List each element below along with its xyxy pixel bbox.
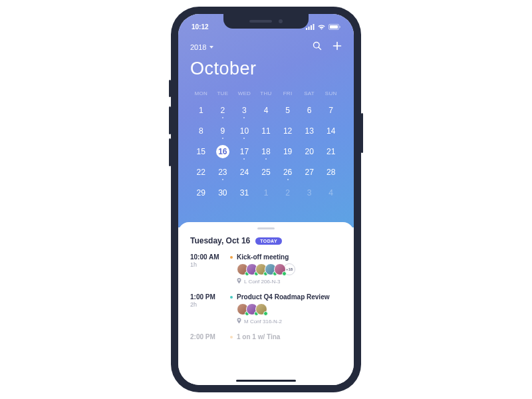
event-location: M Conf 316-N-2 bbox=[237, 318, 342, 325]
year-picker[interactable]: 2018 bbox=[190, 43, 213, 51]
sheet-handle[interactable] bbox=[257, 227, 275, 229]
dow-label: SAT bbox=[299, 87, 321, 99]
status-time: 10:12 bbox=[192, 23, 209, 31]
attendees bbox=[237, 303, 342, 315]
chevron-down-icon bbox=[209, 46, 213, 49]
phone-frame: 10:12 2018 October MONTUEWEDTHUFRIS bbox=[171, 7, 361, 392]
day-cell[interactable]: 4 bbox=[320, 184, 342, 202]
day-cell[interactable]: 5 bbox=[277, 101, 299, 120]
day-cell[interactable]: 26 bbox=[277, 163, 299, 182]
avatar bbox=[274, 263, 286, 275]
event-dot bbox=[265, 158, 267, 160]
avatar bbox=[255, 303, 267, 315]
day-cell[interactable]: 25 bbox=[255, 163, 277, 182]
status-right bbox=[306, 24, 340, 30]
event-time: 10:00 AM bbox=[190, 253, 221, 261]
search-icon[interactable] bbox=[313, 41, 322, 53]
svg-rect-5 bbox=[330, 25, 338, 29]
event-dot bbox=[243, 138, 245, 139]
svg-rect-0 bbox=[306, 28, 307, 30]
day-cell[interactable]: 23 bbox=[212, 163, 234, 182]
month-title: October bbox=[190, 59, 342, 79]
day-cell[interactable]: 27 bbox=[299, 163, 321, 182]
color-dot bbox=[230, 336, 233, 338]
dow-label: THU bbox=[255, 87, 277, 99]
event-item[interactable]: 1:00 PM2hProduct Q4 Roadmap ReviewM Conf… bbox=[190, 293, 342, 325]
day-cell[interactable]: 2 bbox=[277, 184, 299, 202]
svg-rect-1 bbox=[309, 27, 310, 30]
day-cell[interactable]: 1 bbox=[255, 184, 277, 202]
front-camera bbox=[279, 19, 283, 23]
day-cell[interactable]: 6 bbox=[299, 101, 321, 120]
day-cell[interactable]: 2 bbox=[212, 101, 234, 120]
day-cell[interactable]: 1 bbox=[190, 101, 212, 120]
year-label: 2018 bbox=[190, 43, 206, 51]
check-icon bbox=[263, 311, 268, 316]
day-cell[interactable]: 31 bbox=[233, 184, 255, 202]
day-cell[interactable]: 13 bbox=[299, 122, 321, 140]
svg-line-8 bbox=[319, 47, 321, 50]
event-duration: 1h bbox=[190, 261, 221, 268]
day-cell[interactable]: 22 bbox=[190, 163, 212, 182]
events-sheet[interactable]: Tuesday, Oct 16 TODAY 10:00 AM1hKick-off… bbox=[178, 222, 354, 385]
sheet-header: Tuesday, Oct 16 TODAY bbox=[190, 236, 342, 245]
day-cell[interactable]: 11 bbox=[255, 122, 277, 140]
volume-down bbox=[169, 138, 171, 166]
day-cell[interactable]: 7 bbox=[320, 101, 342, 120]
speaker bbox=[249, 20, 272, 23]
pin-icon bbox=[237, 278, 241, 285]
day-cell[interactable]: 21 bbox=[320, 142, 342, 161]
event-location: L Conf 206-N-3 bbox=[237, 278, 342, 285]
battery-icon bbox=[329, 24, 340, 30]
dow-label: WED bbox=[233, 87, 255, 99]
notch bbox=[223, 14, 309, 29]
event-title: 1 on 1 w/ Tina bbox=[230, 333, 342, 340]
event-dot bbox=[287, 179, 289, 180]
day-cell[interactable]: 20 bbox=[299, 142, 321, 161]
wifi-icon bbox=[317, 24, 326, 30]
event-dot bbox=[222, 179, 223, 180]
day-cell[interactable]: 8 bbox=[190, 122, 212, 140]
event-item[interactable]: 2:00 PM1 on 1 w/ Tina bbox=[190, 333, 342, 343]
signal-icon bbox=[306, 24, 315, 30]
dow-label: FRI bbox=[277, 87, 299, 99]
day-cell[interactable]: 24 bbox=[233, 163, 255, 182]
home-indicator[interactable] bbox=[236, 380, 296, 382]
day-cell[interactable]: 29 bbox=[190, 184, 212, 202]
day-cell[interactable]: 3 bbox=[299, 184, 321, 202]
event-dot bbox=[243, 117, 245, 118]
calendar-grid: MONTUEWEDTHUFRISATSUN1234567891011121314… bbox=[190, 87, 342, 202]
event-time: 2:00 PM bbox=[190, 333, 221, 340]
event-dot bbox=[243, 158, 245, 160]
event-dot bbox=[222, 138, 223, 139]
event-duration: 2h bbox=[190, 301, 221, 308]
check-icon bbox=[282, 271, 287, 276]
day-cell[interactable]: 16 bbox=[212, 142, 234, 161]
day-cell[interactable]: 3 bbox=[233, 101, 255, 120]
today-badge: TODAY bbox=[255, 237, 282, 245]
day-cell[interactable]: 15 bbox=[190, 142, 212, 161]
day-cell[interactable]: 19 bbox=[277, 142, 299, 161]
day-cell[interactable]: 9 bbox=[212, 122, 234, 140]
svg-rect-6 bbox=[340, 26, 340, 28]
day-cell[interactable]: 14 bbox=[320, 122, 342, 140]
event-dot bbox=[222, 117, 223, 118]
pin-icon bbox=[237, 318, 241, 325]
day-cell[interactable]: 30 bbox=[212, 184, 234, 202]
sheet-date: Tuesday, Oct 16 bbox=[190, 236, 250, 245]
day-cell[interactable]: 10 bbox=[233, 122, 255, 140]
day-cell[interactable]: 4 bbox=[255, 101, 277, 120]
mute-switch bbox=[169, 80, 171, 97]
day-cell[interactable]: 17 bbox=[233, 142, 255, 161]
event-time: 1:00 PM bbox=[190, 293, 221, 301]
dow-label: SUN bbox=[320, 87, 342, 99]
add-icon[interactable] bbox=[332, 41, 342, 53]
color-dot bbox=[230, 296, 233, 299]
day-cell[interactable]: 28 bbox=[320, 163, 342, 182]
event-item[interactable]: 10:00 AM1hKick-off meeting+18L Conf 206-… bbox=[190, 253, 342, 285]
events-list: 10:00 AM1hKick-off meeting+18L Conf 206-… bbox=[190, 253, 342, 343]
top-bar: 2018 bbox=[190, 41, 342, 53]
day-cell[interactable]: 12 bbox=[277, 122, 299, 140]
attendees: +18 bbox=[237, 263, 342, 275]
day-cell[interactable]: 18 bbox=[255, 142, 277, 161]
